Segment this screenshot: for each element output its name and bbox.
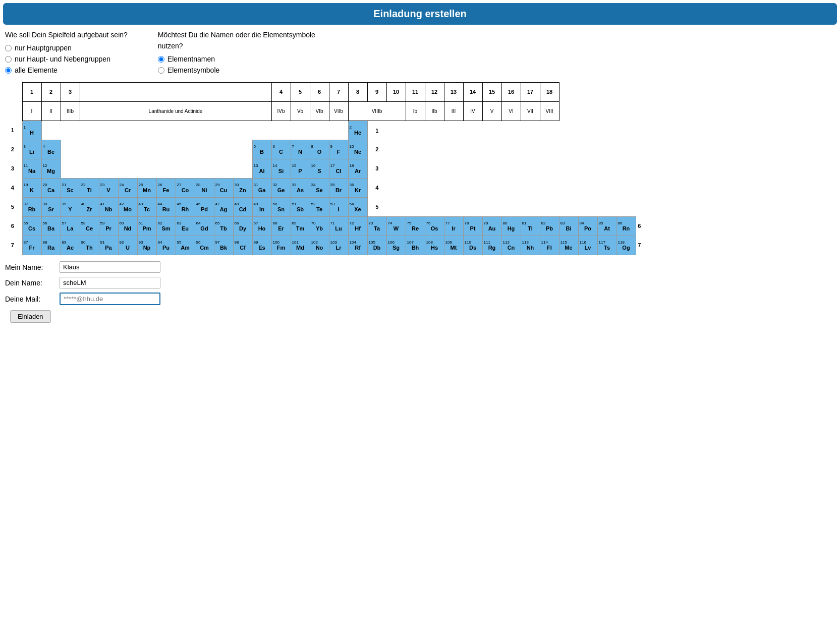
- mein-name-input[interactable]: [60, 261, 160, 273]
- element-Ca[interactable]: 20Ca: [41, 179, 61, 198]
- element-Fl[interactable]: 114Fl: [540, 236, 559, 255]
- element-B[interactable]: 5B: [252, 140, 271, 159]
- element-N[interactable]: 7N: [291, 140, 310, 159]
- element-Tl[interactable]: 81Tl: [521, 217, 540, 236]
- element-Ag[interactable]: 47Ag: [214, 198, 233, 217]
- radio-haupt-neben-input[interactable]: [5, 56, 12, 63]
- element-Cn[interactable]: 112Cn: [501, 236, 521, 255]
- element-Yb[interactable]: 70Yb: [310, 217, 329, 236]
- element-Ga[interactable]: 31Ga: [252, 179, 271, 198]
- element-Mo[interactable]: 42Mo: [118, 198, 137, 217]
- element-Ta[interactable]: 73Ta: [367, 217, 386, 236]
- element-Sn[interactable]: 50Sn: [271, 198, 291, 217]
- element-Br[interactable]: 35Br: [329, 179, 348, 198]
- element-He[interactable]: 2He: [348, 121, 367, 140]
- element-Nh[interactable]: 113Nh: [521, 236, 540, 255]
- radio-elementnamen[interactable]: Elementnamen: [158, 55, 315, 63]
- element-Ts[interactable]: 117Ts: [597, 236, 617, 255]
- element-Ti[interactable]: 22Ti: [80, 179, 99, 198]
- element-K[interactable]: 19K: [22, 179, 41, 198]
- radio-hauptgruppen-input[interactable]: [5, 45, 12, 51]
- element-Se[interactable]: 34Se: [310, 179, 329, 198]
- element-Fe[interactable]: 26Fe: [156, 179, 176, 198]
- element-Re[interactable]: 75Re: [406, 217, 425, 236]
- dein-name-input[interactable]: [60, 277, 160, 288]
- radio-elementsymbole-input[interactable]: [158, 67, 164, 74]
- element-Cm[interactable]: 96Cm: [195, 236, 214, 255]
- element-Al[interactable]: 13Al: [252, 159, 271, 179]
- element-Tb[interactable]: 65Tb: [214, 217, 233, 236]
- element-Pt[interactable]: 78Pt: [463, 217, 482, 236]
- element-Cd[interactable]: 48Cd: [233, 198, 252, 217]
- element-Pr[interactable]: 59Pr: [99, 217, 118, 236]
- element-In[interactable]: 49In: [252, 198, 271, 217]
- element-Tc[interactable]: 43Tc: [137, 198, 156, 217]
- element-Cl[interactable]: 17Cl: [329, 159, 348, 179]
- element-Sc[interactable]: 21Sc: [61, 179, 80, 198]
- element-Rg[interactable]: 111Rg: [482, 236, 501, 255]
- element-Bh[interactable]: 107Bh: [406, 236, 425, 255]
- element-Mn[interactable]: 25Mn: [137, 179, 156, 198]
- element-Rb[interactable]: 37Rb: [22, 198, 41, 217]
- element-Rf[interactable]: 104Rf: [348, 236, 367, 255]
- element-Sg[interactable]: 106Sg: [386, 236, 406, 255]
- element-Mg[interactable]: 12Mg: [41, 159, 61, 179]
- element-Gd[interactable]: 64Gd: [195, 217, 214, 236]
- element-Zr[interactable]: 40Zr: [80, 198, 99, 217]
- radio-alle-input[interactable]: [5, 67, 12, 74]
- element-Au[interactable]: 79Au: [482, 217, 501, 236]
- element-Ac[interactable]: 89Ac: [61, 236, 80, 255]
- element-Am[interactable]: 95Am: [176, 236, 195, 255]
- element-Pd[interactable]: 46Pd: [195, 198, 214, 217]
- element-Kr[interactable]: 36Kr: [348, 179, 367, 198]
- element-Te[interactable]: 52Te: [310, 198, 329, 217]
- element-Cr[interactable]: 24Cr: [118, 179, 137, 198]
- element-Si[interactable]: 14Si: [271, 159, 291, 179]
- element-Rh[interactable]: 45Rh: [176, 198, 195, 217]
- element-Md[interactable]: 101Md: [291, 236, 310, 255]
- element-Og[interactable]: 118Og: [617, 236, 636, 255]
- radio-alle[interactable]: alle Elemente: [5, 66, 128, 74]
- element-Ds[interactable]: 110Ds: [463, 236, 482, 255]
- element-S[interactable]: 16S: [310, 159, 329, 179]
- radio-elementsymbole[interactable]: Elementsymbole: [158, 66, 315, 74]
- radio-hauptgruppen[interactable]: nur Hauptgruppen: [5, 44, 128, 52]
- element-Ce[interactable]: 58Ce: [80, 217, 99, 236]
- element-Pa[interactable]: 91Pa: [99, 236, 118, 255]
- element-Db[interactable]: 105Db: [367, 236, 386, 255]
- element-Be[interactable]: 4Be: [41, 140, 61, 159]
- element-V[interactable]: 23V: [99, 179, 118, 198]
- element-Fr[interactable]: 87Fr: [22, 236, 41, 255]
- element-Eu[interactable]: 63Eu: [176, 217, 195, 236]
- element-Pm[interactable]: 61Pm: [137, 217, 156, 236]
- element-Pu[interactable]: 94Pu: [156, 236, 176, 255]
- element-U[interactable]: 92U: [118, 236, 137, 255]
- element-Sr[interactable]: 38Sr: [41, 198, 61, 217]
- element-Zn[interactable]: 30Zn: [233, 179, 252, 198]
- element-Lv[interactable]: 116Lv: [578, 236, 597, 255]
- deine-mail-input[interactable]: [60, 293, 160, 305]
- element-I[interactable]: 53I: [329, 198, 348, 217]
- element-Sm[interactable]: 62Sm: [156, 217, 176, 236]
- element-Ir[interactable]: 77Ir: [444, 217, 463, 236]
- element-Th[interactable]: 90Th: [80, 236, 99, 255]
- element-Lr[interactable]: 103Lr: [329, 236, 348, 255]
- element-Cf[interactable]: 98Cf: [233, 236, 252, 255]
- element-C[interactable]: 6C: [271, 140, 291, 159]
- element-P[interactable]: 15P: [291, 159, 310, 179]
- element-Mt[interactable]: 109Mt: [444, 236, 463, 255]
- element-Ru[interactable]: 44Ru: [156, 198, 176, 217]
- element-Nb[interactable]: 41Nb: [99, 198, 118, 217]
- element-Hs[interactable]: 108Hs: [425, 236, 444, 255]
- element-Cu[interactable]: 29Cu: [214, 179, 233, 198]
- radio-elementnamen-input[interactable]: [158, 56, 164, 63]
- element-Mc[interactable]: 115Mc: [559, 236, 578, 255]
- element-Tm[interactable]: 69Tm: [291, 217, 310, 236]
- element-Rn[interactable]: 86Rn: [617, 217, 636, 236]
- element-Dy[interactable]: 66Dy: [233, 217, 252, 236]
- element-Es[interactable]: 99Es: [252, 236, 271, 255]
- element-At[interactable]: 85At: [597, 217, 617, 236]
- element-Fm[interactable]: 100Fm: [271, 236, 291, 255]
- element-F[interactable]: 9F: [329, 140, 348, 159]
- element-Lu[interactable]: 71Lu: [329, 217, 348, 236]
